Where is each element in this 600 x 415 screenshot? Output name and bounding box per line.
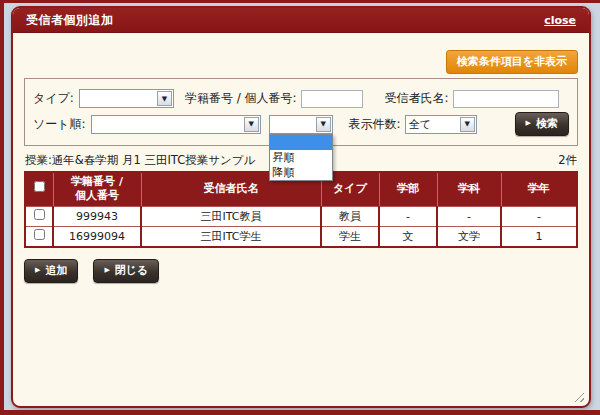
add-recipient-dialog: 受信者個別追加 close 検索条件項目を非表示 タイプ: ▼ 学籍番号 / 個… (11, 6, 591, 408)
display-count-select-value: 全て (406, 117, 431, 132)
sort-order-label: ソート順: (33, 116, 86, 133)
cell-faculty: - (379, 206, 437, 226)
hide-search-conditions-button[interactable]: 検索条件項目を非表示 (446, 50, 578, 74)
class-info-label: 授業:通年&春学期 月1 三田ITC授業サンプル (25, 153, 255, 168)
recipient-table: 学籍番号 / 個人番号 受信者氏名 タイプ 学部 学科 学年 (24, 171, 578, 248)
cell-recipient-name: 三田ITC学生 (141, 226, 321, 247)
search-row-1: タイプ: ▼ 学籍番号 / 個人番号: 受信者氏名: (33, 89, 569, 108)
header-student-number-line1: 学籍番号 / (56, 175, 139, 189)
sort-direction-select-wrap: ▼ 昇順 降順 (269, 115, 333, 134)
search-row-2: ソート順: ▼ ▼ 昇順 降順 (33, 112, 569, 136)
search-button[interactable]: ▶ 検索 (515, 112, 569, 136)
play-arrow-icon: ▶ (35, 267, 40, 274)
cell-student-number: 16999094 (53, 226, 141, 247)
header-grade: 学年 (501, 172, 577, 206)
header-student-number-line2: 個人番号 (56, 189, 139, 203)
sort-option-blank[interactable] (270, 135, 332, 150)
dialog-title: 受信者個別追加 (26, 12, 114, 29)
cell-recipient-name: 三田ITC教員 (141, 206, 321, 226)
play-arrow-icon: ▶ (104, 267, 109, 274)
row-checkbox-cell (25, 226, 53, 247)
cell-faculty: 文 (379, 226, 437, 247)
cell-student-number: 999943 (53, 206, 141, 226)
result-count: 2件 (558, 153, 577, 168)
display-count-select[interactable]: 全て ▼ (405, 115, 477, 134)
sort-option-descending[interactable]: 降順 (270, 165, 332, 180)
add-button[interactable]: ▶ 追加 (24, 259, 78, 283)
cell-department: - (437, 206, 501, 226)
dropdown-arrow-icon: ▼ (157, 91, 172, 106)
dropdown-arrow-icon: ▼ (244, 117, 259, 132)
type-select[interactable]: ▼ (79, 89, 174, 108)
resize-handle-icon[interactable] (572, 390, 584, 402)
search-button-label: 検索 (536, 116, 558, 131)
header-department: 学科 (437, 172, 501, 206)
sort-direction-dropdown: 昇順 降順 (269, 134, 333, 181)
dialog-titlebar: 受信者個別追加 close (13, 8, 589, 33)
close-button-label: 閉じる (115, 263, 149, 278)
recipient-name-input[interactable] (453, 90, 559, 108)
sort-direction-select[interactable]: ▼ (269, 115, 333, 134)
dialog-content: 検索条件項目を非表示 タイプ: ▼ 学籍番号 / 個人番号: 受信者氏名: ソー… (13, 50, 589, 283)
footer-buttons: ▶ 追加 ▶ 閉じる (24, 259, 578, 283)
table-row: 999943 三田ITC教員 教員 - - - (25, 206, 577, 226)
select-all-checkbox[interactable] (34, 181, 45, 192)
sort-key-select[interactable]: ▼ (91, 115, 261, 134)
cell-grade: 1 (501, 226, 577, 247)
row-select-checkbox[interactable] (34, 229, 45, 240)
recipient-name-label: 受信者氏名: (385, 90, 449, 107)
row-select-checkbox[interactable] (34, 209, 45, 220)
header-faculty: 学部 (379, 172, 437, 206)
play-arrow-icon: ▶ (526, 120, 531, 127)
table-row: 16999094 三田ITC学生 学生 文 文学 1 (25, 226, 577, 247)
sort-option-ascending[interactable]: 昇順 (270, 150, 332, 165)
dropdown-arrow-icon: ▼ (316, 117, 331, 132)
close-link[interactable]: close (544, 14, 576, 27)
student-number-input[interactable] (301, 90, 363, 108)
row-checkbox-cell (25, 206, 53, 226)
select-all-header-cell (25, 172, 53, 206)
cell-department: 文学 (437, 226, 501, 247)
cell-grade: - (501, 206, 577, 226)
toggle-row: 検索条件項目を非表示 (24, 50, 578, 74)
dropdown-arrow-icon: ▼ (460, 117, 475, 132)
close-button[interactable]: ▶ 閉じる (93, 259, 159, 283)
type-label: タイプ: (33, 90, 74, 107)
page-background: 受信者個別追加 close 検索条件項目を非表示 タイプ: ▼ 学籍番号 / 個… (0, 0, 600, 415)
cell-type: 学生 (321, 226, 379, 247)
add-button-label: 追加 (45, 263, 67, 278)
student-number-label: 学籍番号 / 個人番号: (185, 90, 297, 107)
header-student-number: 学籍番号 / 個人番号 (53, 172, 141, 206)
search-conditions-panel: タイプ: ▼ 学籍番号 / 個人番号: 受信者氏名: ソート順: ▼ (24, 78, 578, 146)
cell-type: 教員 (321, 206, 379, 226)
display-count-label: 表示件数: (349, 116, 401, 133)
